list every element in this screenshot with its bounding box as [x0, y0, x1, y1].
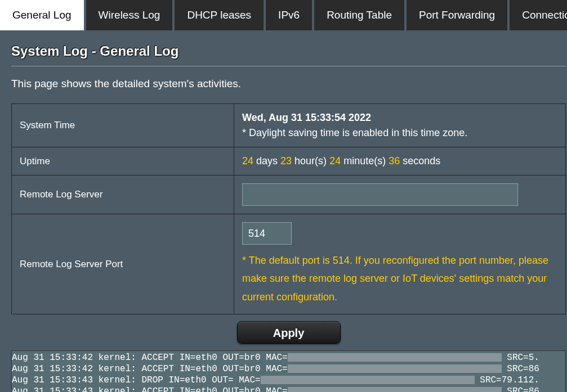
remote-port-note: * The default port is 514. If you reconf…: [242, 251, 557, 306]
tab-connections[interactable]: Connections: [510, 0, 567, 30]
remote-server-label: Remote Log Server: [12, 175, 234, 214]
tab-dhcp-leases[interactable]: DHCP leases: [175, 0, 266, 30]
redacted-segment: [261, 376, 475, 384]
remote-server-cell: [234, 175, 566, 214]
tab-port-forwarding[interactable]: Port Forwarding: [407, 0, 510, 30]
log-line: Aug 31 15:33:43 kernel: DROP IN=eth0 OUT…: [12, 375, 565, 386]
remote-port-label: Remote Log Server Port: [12, 214, 234, 314]
log-output[interactable]: Aug 31 15:33:42 kernel: ACCEPT IN=eth0 O…: [11, 350, 566, 392]
redacted-segment: [288, 387, 502, 392]
uptime-days: 24: [242, 155, 253, 166]
page-description: This page shows the detailed system's ac…: [11, 78, 567, 90]
tab-ipv6[interactable]: IPv6: [266, 0, 314, 30]
settings-table: System Time Wed, Aug 31 15:33:54 2022 * …: [11, 103, 566, 314]
remote-port-cell: * The default port is 514. If you reconf…: [234, 214, 566, 314]
uptime-minutes: 24: [329, 155, 341, 166]
remote-server-input[interactable]: [242, 183, 518, 206]
tab-wireless-log[interactable]: Wireless Log: [86, 0, 175, 30]
system-time-value-cell: Wed, Aug 31 15:33:54 2022 * Daylight sav…: [234, 104, 566, 147]
content-area: System Log - General Log This page shows…: [0, 32, 567, 392]
row-uptime: Uptime 24 days 23 hour(s) 24 minute(s) 3…: [12, 147, 566, 175]
row-remote-port: Remote Log Server Port * The default por…: [12, 214, 566, 314]
uptime-value-cell: 24 days 23 hour(s) 24 minute(s) 36 secon…: [234, 147, 566, 175]
tab-general-log[interactable]: General Log: [0, 0, 86, 30]
tabs-bar: General LogWireless LogDHCP leasesIPv6Ro…: [0, 0, 567, 32]
page-title: System Log - General Log: [11, 43, 566, 66]
system-time-value: Wed, Aug 31 15:33:54 2022: [242, 112, 557, 124]
remote-port-input[interactable]: [242, 222, 292, 245]
uptime-seconds: 36: [389, 155, 400, 166]
redacted-segment: [288, 353, 502, 362]
uptime-hours: 23: [280, 155, 292, 166]
system-time-note: * Daylight saving time is enabled in thi…: [242, 127, 557, 139]
row-system-time: System Time Wed, Aug 31 15:33:54 2022 * …: [12, 104, 566, 147]
uptime-label: Uptime: [12, 147, 234, 175]
log-line: Aug 31 15:33:42 kernel: ACCEPT IN=eth0 O…: [12, 352, 565, 363]
row-remote-server: Remote Log Server: [12, 175, 566, 214]
apply-button[interactable]: Apply: [237, 321, 341, 344]
apply-row: Apply: [11, 314, 566, 350]
log-line: Aug 31 15:33:42 kernel: ACCEPT IN=eth0 O…: [12, 363, 565, 375]
tab-routing-table[interactable]: Routing Table: [314, 0, 407, 30]
log-line: Aug 31 15:33:43 kernel: ACCEPT IN=eth0 O…: [12, 386, 565, 392]
system-time-label: System Time: [12, 104, 234, 147]
redacted-segment: [288, 364, 502, 373]
